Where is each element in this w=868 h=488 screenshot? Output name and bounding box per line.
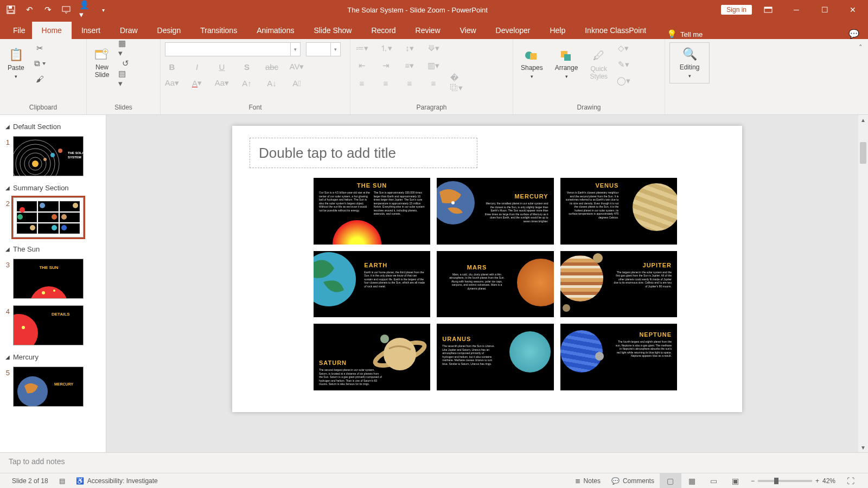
align-center-icon[interactable]: ≡ [379, 77, 393, 89]
normal-view-button[interactable]: ▢ [660, 473, 681, 489]
decrease-indent-icon[interactable]: ⇤ [355, 60, 369, 72]
align-left-icon[interactable]: ≡ [355, 77, 369, 89]
arrange-button[interactable]: Arrange▾ [552, 48, 582, 81]
char-spacing-icon[interactable]: AV▾ [290, 61, 304, 73]
tab-slideshow[interactable]: Slide Show [304, 22, 361, 39]
text-direction-icon[interactable]: ⟱▾ [426, 42, 441, 54]
shadow-icon[interactable]: S [240, 61, 254, 73]
increase-indent-icon[interactable]: ⇥ [379, 60, 393, 72]
tab-home[interactable]: Home [32, 22, 72, 39]
notes-pane[interactable]: Tap to add notes [0, 452, 868, 473]
tab-design[interactable]: Design [148, 22, 191, 39]
reset-icon[interactable]: ↺ [118, 57, 132, 69]
section-default[interactable]: ◢Default Section [0, 119, 106, 134]
copy-icon[interactable]: ⧉ ▾ [33, 57, 47, 69]
tab-draw[interactable]: Draw [110, 22, 148, 39]
paste-button[interactable]: 📋 Paste ▾ [4, 46, 28, 81]
decrease-font-icon[interactable]: A↓ [265, 77, 279, 89]
zoom-card-neptune[interactable]: NEPTUNE The fourth-largest and eighth pl… [560, 324, 677, 390]
notes-button[interactable]: ≣Notes [570, 477, 606, 485]
quick-styles-button[interactable]: 🖊Quick Styles [586, 47, 611, 82]
slideshow-view-button[interactable]: ▣ [725, 473, 746, 489]
numbering-icon[interactable]: ⒈▾ [379, 42, 393, 54]
scroll-down-icon[interactable]: ▼ [858, 442, 868, 452]
shapes-button[interactable]: Shapes▾ [518, 48, 546, 81]
zoom-card-sun[interactable]: THE SUN Our Sun is a 4.5 billion-year-ol… [314, 178, 430, 245]
qat-more-icon[interactable]: ▾ [98, 4, 108, 15]
tab-animations[interactable]: Animations [247, 22, 304, 39]
touch-mode-icon[interactable]: 👤▾ [79, 4, 90, 15]
layout-icon[interactable]: ▦ ▾ [118, 42, 132, 54]
underline-icon[interactable]: U [215, 61, 229, 73]
zoom-card-jupiter[interactable]: JUPITER The largest planet in the solar … [560, 251, 677, 318]
close-icon[interactable]: ✕ [841, 0, 865, 20]
scroll-up-icon[interactable]: ▲ [858, 115, 868, 125]
sorter-view-button[interactable]: ▦ [681, 473, 703, 489]
save-icon[interactable] [5, 4, 16, 15]
font-color-icon[interactable]: A▾ [190, 77, 204, 89]
thumbnail-1[interactable]: 1 THE SOLARSYSTEM [0, 134, 106, 181]
align-right-icon[interactable]: ≡ [403, 77, 417, 89]
tab-file[interactable]: File [7, 22, 32, 39]
format-painter-icon[interactable]: 🖌 [33, 73, 47, 85]
thumbnail-4[interactable]: 4 DETAILS [0, 303, 106, 350]
editing-button[interactable]: 🔍 Editing ▾ [669, 42, 710, 84]
tab-help[interactable]: Help [540, 22, 575, 39]
tell-me[interactable]: 💡Tell me [667, 29, 703, 39]
shape-fill-icon[interactable]: ◇▾ [616, 42, 630, 54]
change-case-icon[interactable]: Aa▾ [165, 77, 179, 89]
zoom-card-mars[interactable]: MARS Mars, a cold, dry, dusty planet wit… [437, 251, 553, 318]
slide-thumbnail[interactable]: THE SOLARSYSTEM [13, 136, 84, 176]
tab-classpoint[interactable]: Inknoe ClassPoint [575, 22, 656, 39]
zoom-card-earth[interactable]: EARTH Earth is our home planet, the thir… [314, 251, 430, 318]
zoom-card-uranus[interactable]: URANUS The seventh planet from the Sun i… [437, 324, 553, 390]
slide-thumbnail[interactable] [13, 197, 84, 237]
shape-outline-icon[interactable]: ✎▾ [616, 59, 630, 70]
maximize-icon[interactable]: ☐ [813, 0, 837, 20]
zoom-card-mercury[interactable]: MERCURY Mercury, the smallest planet in … [437, 178, 553, 245]
thumbnail-2[interactable]: 2 [0, 195, 106, 242]
tab-view[interactable]: View [450, 22, 486, 39]
slide-thumbnail[interactable]: MERCURY [13, 367, 84, 407]
tab-transitions[interactable]: Transitions [190, 22, 247, 39]
slide-canvas[interactable]: Double tap to add title THE SUN Our Sun … [232, 126, 742, 412]
strikethrough-icon[interactable]: abc [265, 61, 279, 73]
chevron-down-icon[interactable]: ▾ [290, 43, 300, 56]
chevron-down-icon[interactable]: ▾ [330, 43, 340, 56]
undo-icon[interactable]: ↶ [24, 4, 35, 15]
sign-in-button[interactable]: Sign in [721, 5, 752, 15]
zoom-slider[interactable] [758, 480, 812, 482]
collapse-ribbon-icon[interactable]: ˄ [859, 43, 863, 52]
clear-format-icon[interactable]: A⃠ [290, 77, 304, 89]
section-sun[interactable]: ◢The Sun [0, 242, 106, 256]
scroll-thumb[interactable] [860, 142, 866, 164]
cut-icon[interactable]: ✂ [33, 42, 47, 54]
columns-icon[interactable]: ▥▾ [426, 60, 441, 72]
slide-canvas-area[interactable]: Double tap to add title THE SUN Our Sun … [106, 115, 868, 452]
bold-icon[interactable]: B [165, 61, 179, 73]
justify-icon[interactable]: ≡ [426, 77, 441, 89]
italic-icon[interactable]: I [190, 61, 204, 73]
section-icon[interactable]: ▤ ▾ [118, 73, 132, 85]
new-slide-button[interactable]: New Slide [91, 46, 113, 81]
tab-review[interactable]: Review [406, 22, 450, 39]
smartart-icon[interactable]: �⿻▾ [450, 77, 464, 89]
zoom-out-button[interactable]: − [751, 477, 755, 485]
accessibility-button[interactable]: ♿Accessibility: Investigate [71, 477, 163, 485]
section-mercury[interactable]: ◢Mercury [0, 350, 106, 364]
comments-pane-icon[interactable]: 💬 [840, 29, 868, 39]
present-icon[interactable] [61, 4, 72, 15]
font-size-input[interactable]: ▾ [306, 42, 341, 56]
notes-indicator-icon[interactable]: ▤ [54, 477, 71, 485]
slide-thumbnails-pane[interactable]: ◢Default Section 1 THE SOLARSYSTEM ◢Summ… [0, 115, 106, 452]
slide-thumbnail[interactable]: DETAILS [13, 305, 84, 345]
tab-developer[interactable]: Developer [486, 22, 540, 39]
redo-icon[interactable]: ↷ [42, 4, 53, 15]
bullets-icon[interactable]: ≔▾ [355, 42, 369, 54]
tab-record[interactable]: Record [361, 22, 405, 39]
thumbnail-5[interactable]: 5 MERCURY [0, 364, 106, 411]
highlight-icon[interactable]: Aa▾ [215, 77, 229, 89]
title-placeholder[interactable]: Double tap to add title [250, 138, 477, 168]
line-spacing-icon[interactable]: ↕▾ [403, 42, 417, 54]
tab-insert[interactable]: Insert [72, 22, 110, 39]
